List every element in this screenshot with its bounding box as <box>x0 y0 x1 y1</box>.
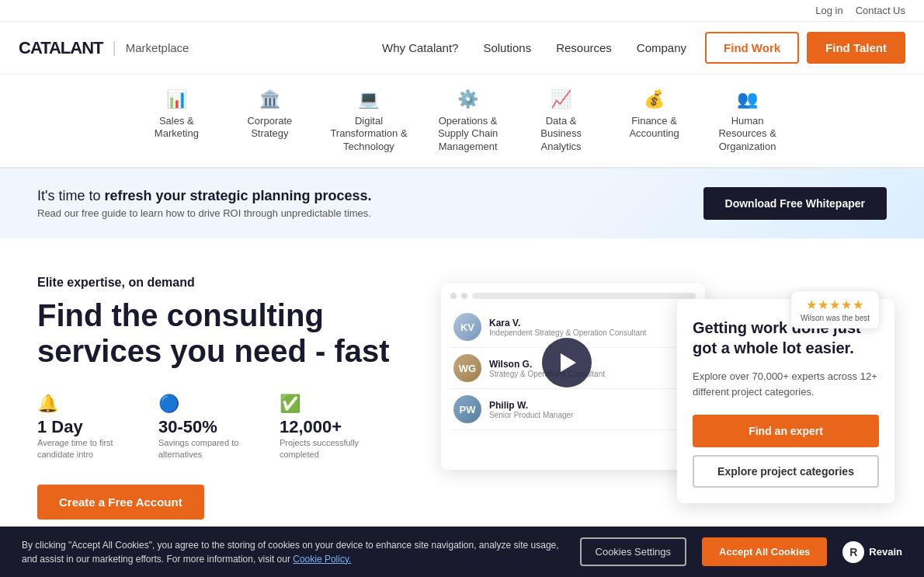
hero-stats: 🔔 1 Day Average time to first candidate … <box>37 394 410 460</box>
savings-icon: 🔵 <box>158 394 179 414</box>
download-whitepaper-button[interactable]: Download Free Whitepaper <box>703 187 887 220</box>
main-nav: CATALANT | Marketplace Why Catalant? Sol… <box>0 22 924 75</box>
nav-solutions[interactable]: Solutions <box>483 41 531 54</box>
subnav-hr-label: HumanResources &Organization <box>718 115 776 155</box>
banner-subtext: Read our free guide to learn how to driv… <box>37 207 372 219</box>
profile-row-3: PW Philip W. Senior Product Manager <box>450 389 696 430</box>
cookie-settings-button[interactable]: Cookies Settings <box>580 537 687 565</box>
nav-resources[interactable]: Resources <box>556 41 612 54</box>
hr-icon: 👥 <box>737 89 758 111</box>
top-bar: Log in Contact Us <box>0 0 924 22</box>
banner-heading: It's time to refresh your strategic plan… <box>37 188 372 204</box>
cookie-policy-link[interactable]: Cookie Policy. <box>293 554 351 565</box>
clock-icon: 🔔 <box>37 394 58 414</box>
logo-area: CATALANT | Marketplace <box>19 38 189 58</box>
login-link[interactable]: Log in <box>815 5 842 16</box>
sales-icon: 📊 <box>166 89 187 111</box>
eyebrow-plain: Elite expertise, <box>37 276 128 289</box>
stat-savings: 🔵 30-50% Savings compared to alternative… <box>158 394 252 460</box>
info-panel-desc: Explore over 70,000+ experts across 12+ … <box>693 369 879 399</box>
subnav-digital[interactable]: 💻 DigitalTransformation &Technology <box>316 82 421 167</box>
hero-section: Elite expertise, on demand Find the cons… <box>0 238 924 565</box>
banner-text: It's time to refresh your strategic plan… <box>37 188 372 219</box>
stat-savings-num: 30-50% <box>158 417 217 437</box>
cookie-text: By clicking "Accept All Cookies", you ag… <box>22 538 564 565</box>
stat-1-day-num: 1 Day <box>37 417 83 437</box>
subnav-strategy-label: CorporateStrategy <box>247 115 292 141</box>
subnav-strategy[interactable]: 🏛️ CorporateStrategy <box>223 82 316 154</box>
subnav-operations[interactable]: ⚙️ Operations &Supply ChainManagement <box>422 82 515 167</box>
stat-projects-num: 12,000+ <box>280 417 342 437</box>
nav-links: Why Catalant? Solutions Resources Compan… <box>382 41 686 54</box>
find-work-button[interactable]: Find Work <box>705 32 799 64</box>
subnav-data-label: Data &BusinessAnalytics <box>540 115 582 155</box>
subnav-hr[interactable]: 👥 HumanResources &Organization <box>701 82 794 167</box>
checkmark-icon: ✅ <box>280 394 300 414</box>
subnav-data[interactable]: 📈 Data &BusinessAnalytics <box>515 82 608 167</box>
logo-separator: | <box>113 39 116 57</box>
nav-company[interactable]: Company <box>637 41 686 54</box>
avatar-pw: PW <box>453 395 481 423</box>
profile-role-3: Senior Product Manager <box>489 411 693 419</box>
cookie-text-content: By clicking "Accept All Cookies", you ag… <box>22 540 559 565</box>
screenshot-header <box>450 293 696 299</box>
banner: It's time to refresh your strategic plan… <box>0 169 924 238</box>
hero-left: Elite expertise, on demand Find the cons… <box>37 276 410 520</box>
subnav-sales[interactable]: 📊 Sales &Marketing <box>130 82 223 154</box>
avatar-wg: WG <box>453 354 481 382</box>
subnav-finance[interactable]: 💰 Finance &Accounting <box>608 82 701 154</box>
avatar-kv: KV <box>453 313 481 341</box>
eyebrow-bold: on demand <box>128 276 194 289</box>
stat-projects: ✅ 12,000+ Projects successfully complete… <box>280 394 373 460</box>
hero-right: KV Kara V. Independent Strategy & Operat… <box>441 276 887 540</box>
operations-icon: ⚙️ <box>457 89 478 111</box>
data-icon: 📈 <box>551 89 571 111</box>
play-button[interactable] <box>542 338 592 388</box>
url-bar <box>472 293 696 299</box>
profile-name-1: Kara V. <box>489 318 693 328</box>
profile-info-1: Kara V. Independent Strategy & Operation… <box>489 318 693 337</box>
strategy-icon: 🏛️ <box>259 89 280 111</box>
cookie-accept-button[interactable]: Accept All Cookies <box>702 537 827 565</box>
play-triangle-icon <box>561 353 576 372</box>
subnav-digital-label: DigitalTransformation &Technology <box>330 115 407 155</box>
profile-role-2: Strategy & Operations Consultant <box>489 370 693 378</box>
find-expert-button[interactable]: Find an expert <box>693 415 879 447</box>
subnav-operations-label: Operations &Supply ChainManagement <box>438 115 498 155</box>
hero-eyebrow: Elite expertise, on demand <box>37 276 410 290</box>
cookie-banner: By clicking "Accept All Cookies", you ag… <box>0 527 924 565</box>
revain-text: Revain <box>869 546 902 558</box>
stat-1-day: 🔔 1 Day Average time to first candidate … <box>37 394 130 460</box>
stars-badge: ★★★★★ Wilson was the best <box>791 291 879 328</box>
stars-label: Wilson was the best <box>801 314 870 322</box>
profile-name-3: Philip W. <box>489 400 693 411</box>
explore-categories-button[interactable]: Explore project categories <box>693 455 879 488</box>
stat-projects-label: Projects successfully completed <box>280 437 373 460</box>
revain-logo: R Revain <box>842 541 902 563</box>
subnav-sales-label: Sales &Marketing <box>155 115 199 141</box>
sub-nav: 📊 Sales &Marketing 🏛️ CorporateStrategy … <box>0 75 924 169</box>
nav-why-catalant[interactable]: Why Catalant? <box>382 41 458 54</box>
stars-icon: ★★★★★ <box>806 297 864 312</box>
logo-text: CATALANT <box>19 38 103 58</box>
subnav-finance-label: Finance &Accounting <box>629 115 679 141</box>
info-panel: ★★★★★ Wilson was the best Getting work d… <box>677 299 894 503</box>
finance-icon: 💰 <box>644 89 665 111</box>
hero-title: Find the consulting services you need - … <box>37 297 410 369</box>
stat-1-day-label: Average time to first candidate intro <box>37 437 130 460</box>
contact-link[interactable]: Contact Us <box>856 5 905 16</box>
banner-heading-bold: refresh your strategic planning process. <box>104 188 371 203</box>
revain-r-icon: R <box>842 541 864 563</box>
profile-role-1: Independent Strategy & Operation Consult… <box>489 328 693 337</box>
create-account-button[interactable]: Create a Free Account <box>37 485 204 520</box>
dot-2 <box>461 293 467 299</box>
dot-1 <box>450 293 457 299</box>
profile-info-3: Philip W. Senior Product Manager <box>489 400 693 419</box>
digital-icon: 💻 <box>358 89 379 111</box>
logo-sub: Marketplace <box>126 41 189 54</box>
find-talent-button[interactable]: Find Talent <box>807 32 905 64</box>
stat-savings-label: Savings compared to alternatives <box>158 437 252 460</box>
